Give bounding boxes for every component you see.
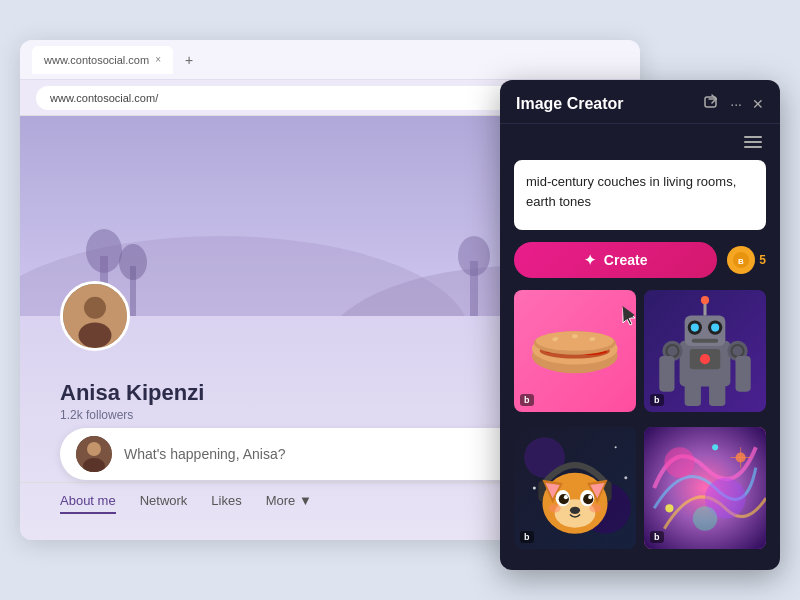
bing-watermark-4: b — [650, 531, 664, 543]
svg-point-66 — [583, 494, 593, 504]
svg-point-76 — [665, 504, 673, 512]
bing-watermark-1: b — [520, 394, 534, 406]
svg-point-65 — [559, 494, 569, 504]
svg-point-69 — [570, 507, 580, 514]
svg-point-70 — [549, 504, 561, 512]
generated-image-3[interactable]: b — [514, 427, 636, 549]
profile-avatar[interactable] — [60, 281, 130, 351]
svg-rect-49 — [709, 384, 725, 406]
hamburger-menu[interactable] — [740, 132, 766, 152]
coin-area: B 5 — [727, 246, 766, 274]
create-row: ✦ Create B 5 — [514, 242, 766, 278]
svg-point-6 — [86, 229, 122, 273]
tab-label: www.contosocial.com — [44, 54, 149, 66]
svg-point-38 — [711, 324, 719, 332]
menu-line-3 — [744, 146, 762, 148]
svg-point-34 — [701, 296, 709, 304]
svg-text:B: B — [738, 257, 744, 266]
new-tab-button[interactable]: + — [181, 52, 197, 68]
svg-point-68 — [588, 495, 592, 499]
prompt-box[interactable]: mid-century couches in living rooms, ear… — [514, 160, 766, 230]
address-input[interactable] — [36, 86, 550, 110]
tab-about-me[interactable]: About me — [60, 493, 116, 514]
bing-watermark-2: b — [650, 394, 664, 406]
panel-title: Image Creator — [516, 95, 704, 113]
svg-point-73 — [664, 447, 695, 478]
whats-happening-text[interactable]: What's happening, Anisa? — [124, 446, 550, 462]
svg-point-8 — [119, 244, 147, 280]
generated-image-4[interactable]: b — [644, 427, 766, 549]
svg-point-78 — [712, 444, 718, 450]
tab-more[interactable]: More ▼ — [266, 493, 312, 514]
menu-line-1 — [744, 136, 762, 138]
tab-close-icon[interactable]: × — [155, 54, 161, 65]
menu-line-2 — [744, 141, 762, 143]
svg-point-75 — [693, 506, 717, 530]
svg-rect-48 — [685, 384, 701, 406]
more-options-icon[interactable]: ··· — [730, 96, 742, 112]
svg-point-13 — [79, 322, 112, 348]
sparkle-icon: ✦ — [584, 252, 596, 268]
svg-point-71 — [589, 504, 601, 512]
create-button[interactable]: ✦ Create — [514, 242, 717, 278]
image-creator-panel: Image Creator ··· ✕ mid-centur — [500, 80, 780, 570]
create-label: Create — [604, 252, 648, 268]
panel-body: mid-century couches in living rooms, ear… — [500, 124, 780, 570]
generated-image-1[interactable]: b — [514, 290, 636, 412]
coin-count: 5 — [759, 253, 766, 267]
svg-point-53 — [615, 446, 617, 448]
prompt-text: mid-century couches in living rooms, ear… — [526, 174, 736, 209]
close-icon[interactable]: ✕ — [752, 96, 764, 112]
svg-point-15 — [87, 442, 101, 456]
panel-header: Image Creator ··· ✕ — [500, 80, 780, 124]
svg-point-54 — [624, 476, 627, 479]
mini-avatar — [76, 436, 112, 472]
svg-point-12 — [84, 297, 106, 319]
tab-network[interactable]: Network — [140, 493, 188, 514]
generated-image-2[interactable]: b — [644, 290, 766, 412]
svg-point-52 — [533, 486, 536, 489]
svg-point-67 — [564, 495, 568, 499]
browser-toolbar: www.contosocial.com × + — [20, 40, 640, 80]
bing-watermark-3: b — [520, 531, 534, 543]
svg-point-47 — [700, 354, 710, 364]
svg-point-10 — [458, 236, 490, 276]
image-grid: b — [514, 290, 766, 556]
coin-icon: B — [727, 246, 755, 274]
tab-likes[interactable]: Likes — [211, 493, 241, 514]
svg-rect-39 — [692, 339, 718, 343]
svg-rect-44 — [659, 356, 674, 392]
browser-tab[interactable]: www.contosocial.com × — [32, 46, 173, 74]
svg-rect-45 — [736, 356, 751, 392]
panel-action-icons: ··· ✕ — [704, 94, 764, 113]
svg-point-37 — [691, 324, 699, 332]
share-icon[interactable] — [704, 94, 720, 113]
hotdog-svg — [526, 302, 624, 400]
